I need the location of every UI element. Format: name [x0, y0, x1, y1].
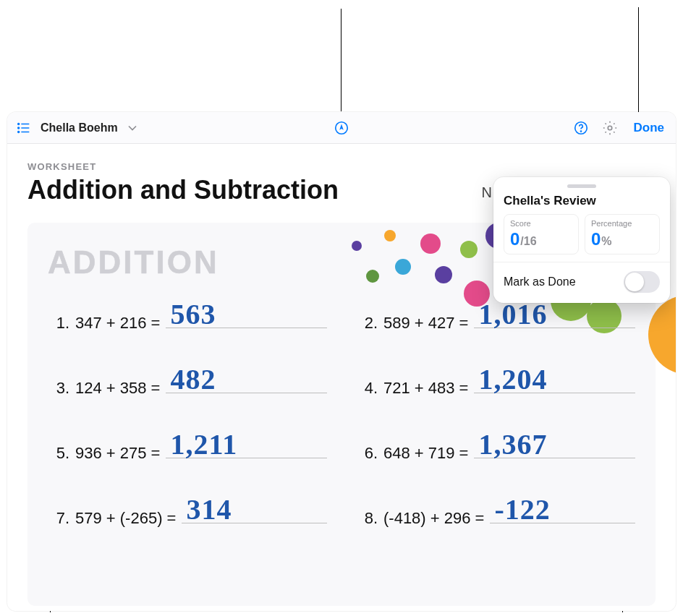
problem-number: 4.: [356, 379, 378, 398]
gear-icon: [602, 120, 618, 136]
handwritten-answer: 314: [186, 495, 232, 524]
svg-point-2: [18, 131, 20, 132]
problem-row: 8.(-418) + 296 =-122: [356, 497, 635, 528]
answer-field[interactable]: 1,016: [474, 302, 635, 328]
percentage-label: Percentage: [591, 219, 653, 228]
obscured-text: N: [482, 184, 492, 201]
problem-row: 4.721 + 483 =1,204: [356, 367, 635, 398]
score-row: Score 0 /16 Percentage 0 %: [493, 214, 670, 262]
handwritten-answer: 1,016: [478, 300, 547, 329]
problem-row: 3.124 + 358 =482: [48, 367, 327, 398]
problem-expression: 347 + 216 =: [75, 314, 160, 333]
problem-expression: 579 + (-265) =: [75, 509, 176, 528]
sidebar-toggle-button[interactable]: [14, 119, 33, 137]
settings-button[interactable]: [601, 119, 619, 137]
problem-expression: (-418) + 296 =: [383, 509, 484, 528]
svg-point-8: [580, 131, 581, 132]
problem-expression: 721 + 483 =: [383, 379, 468, 398]
chevron-down-icon: [125, 120, 140, 136]
student-name[interactable]: Chella Boehm: [38, 121, 121, 134]
decoration-dot: [384, 230, 396, 241]
mark-done-label: Mark as Done: [504, 275, 576, 288]
problem-expression: 589 + 427 =: [383, 314, 468, 333]
problem-row: 6.648 + 719 =1,367: [356, 432, 635, 463]
markup-button[interactable]: [332, 119, 351, 137]
markup-pen-icon: [334, 120, 349, 136]
problem-row: 2.589 + 427 =1,016: [356, 302, 635, 333]
answer-field[interactable]: 1,211: [166, 432, 327, 458]
decoration-dot: [648, 295, 676, 375]
problem-number: 3.: [48, 379, 69, 398]
svg-point-1: [18, 127, 20, 129]
answer-field[interactable]: 314: [182, 497, 327, 523]
problem-number: 8.: [356, 509, 378, 528]
help-icon: [573, 120, 589, 136]
toolbar: Chella Boehm: [7, 112, 676, 144]
problem-row: 5.936 + 275 =1,211: [48, 432, 327, 463]
score-cell[interactable]: Score 0 /16: [504, 214, 579, 254]
score-total: /16: [520, 235, 536, 248]
callout-line-top: [341, 9, 342, 111]
help-button[interactable]: [572, 119, 590, 137]
worksheet-page: N WORKSHEET Addition and Subtraction ADD…: [7, 144, 676, 611]
review-title: Chella's Review: [493, 194, 670, 214]
app-window: Chella Boehm: [7, 112, 676, 611]
problem-row: 1.347 + 216 =563: [48, 302, 327, 333]
handwritten-answer: 482: [170, 365, 216, 394]
mark-done-row: Mark as Done: [493, 262, 670, 303]
page-label: WORKSHEET: [27, 161, 656, 172]
problem-expression: 124 + 358 =: [75, 379, 160, 398]
answer-field[interactable]: 1,204: [474, 367, 635, 393]
svg-point-0: [18, 123, 20, 124]
review-panel: Chella's Review Score 0 /16 Percentage 0…: [493, 177, 670, 303]
problem-row: 7.579 + (-265) =314: [48, 497, 327, 528]
answer-field[interactable]: 563: [166, 302, 327, 328]
percentage-value: 0 %: [591, 229, 653, 249]
done-button[interactable]: Done: [629, 121, 669, 135]
score-value: 0 /16: [510, 229, 572, 249]
answer-field[interactable]: 1,367: [474, 432, 635, 458]
score-number: 0: [510, 229, 519, 249]
problem-number: 7.: [48, 509, 69, 528]
handwritten-answer: -122: [494, 495, 550, 524]
answer-field[interactable]: 482: [166, 367, 327, 393]
mark-done-toggle[interactable]: [624, 271, 660, 293]
percentage-number: 0: [591, 229, 601, 249]
handwritten-answer: 1,204: [478, 365, 547, 394]
problem-expression: 648 + 719 =: [383, 444, 468, 463]
handwritten-answer: 1,367: [478, 430, 547, 459]
answer-field[interactable]: -122: [490, 497, 635, 523]
problems-grid: 1.347 + 216 =5632.589 + 427 =1,0163.124 …: [48, 302, 635, 528]
problem-expression: 936 + 275 =: [75, 444, 160, 463]
percentage-sign: %: [601, 235, 611, 248]
problem-number: 6.: [356, 444, 378, 463]
list-icon: [16, 120, 32, 136]
svg-point-9: [608, 126, 612, 130]
problem-number: 2.: [356, 314, 378, 333]
problem-number: 1.: [48, 314, 69, 333]
panel-grabber[interactable]: [567, 184, 596, 188]
problem-number: 5.: [48, 444, 69, 463]
score-label: Score: [510, 219, 572, 228]
percentage-cell[interactable]: Percentage 0 %: [585, 214, 660, 254]
handwritten-answer: 1,211: [170, 430, 237, 459]
student-dropdown-button[interactable]: [125, 119, 140, 137]
handwritten-answer: 563: [170, 300, 216, 329]
